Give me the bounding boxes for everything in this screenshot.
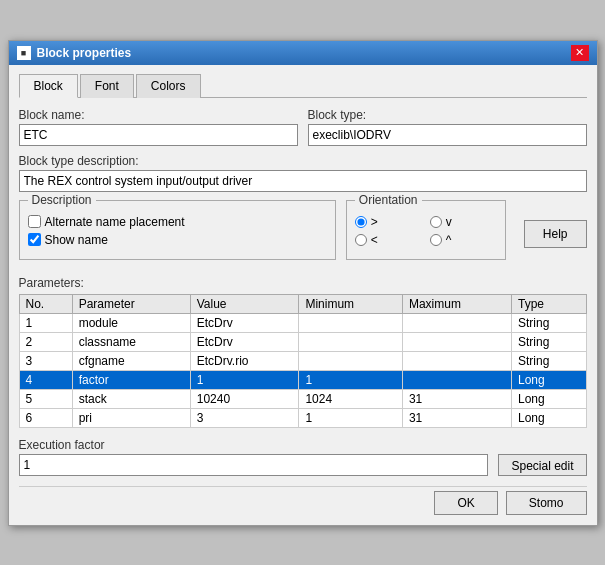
cell-parameter: module — [72, 313, 190, 332]
storno-button[interactable]: Stomo — [506, 491, 587, 515]
cell-no: 6 — [19, 408, 72, 427]
cell-type: String — [512, 332, 586, 351]
cell-parameter: factor — [72, 370, 190, 389]
block-type-label: Block type: — [308, 108, 587, 122]
description-groupbox: Description Alternate name placement Sho… — [19, 200, 336, 260]
orientation-groupbox: Orientation > v < — [346, 200, 506, 260]
tab-block[interactable]: Block — [19, 74, 78, 98]
block-name-group: Block name: — [19, 108, 298, 146]
title-bar-left: ■ Block properties — [17, 46, 132, 60]
footer-buttons: OK Stomo — [19, 486, 587, 515]
cell-value: 1 — [190, 370, 299, 389]
col-maximum: Maximum — [402, 294, 511, 313]
table-row[interactable]: 2classnameEtcDrvString — [19, 332, 586, 351]
cell-no: 4 — [19, 370, 72, 389]
cell-value: 3 — [190, 408, 299, 427]
table-header-row: No. Parameter Value Minimum Maximum Type — [19, 294, 586, 313]
orient-down-label: v — [446, 215, 452, 229]
execution-factor-input[interactable] — [19, 454, 489, 476]
orient-up-label: ^ — [446, 233, 452, 247]
block-description-group: Block type description: — [19, 154, 587, 192]
main-content: Block Font Colors Block name: Block type… — [9, 65, 597, 525]
cell-minimum — [299, 313, 402, 332]
table-header: No. Parameter Value Minimum Maximum Type — [19, 294, 586, 313]
cell-no: 5 — [19, 389, 72, 408]
orient-down-row: v — [430, 215, 497, 229]
orient-left-label: < — [371, 233, 378, 247]
window-icon: ■ — [17, 46, 31, 60]
help-button[interactable]: Help — [524, 220, 587, 248]
execution-factor-label: Execution factor — [19, 438, 489, 452]
special-edit-button[interactable]: Special edit — [498, 454, 586, 476]
block-type-input[interactable] — [308, 124, 587, 146]
cell-maximum — [402, 370, 511, 389]
cell-type: String — [512, 313, 586, 332]
cell-type: Long — [512, 389, 586, 408]
execution-factor-row: Execution factor Special edit — [19, 438, 587, 476]
table-row[interactable]: 1moduleEtcDrvString — [19, 313, 586, 332]
block-type-description-input[interactable] — [19, 170, 587, 192]
orientation-groupbox-legend: Orientation — [355, 193, 422, 207]
show-name-label: Show name — [45, 233, 108, 247]
block-name-label: Block name: — [19, 108, 298, 122]
cell-no: 2 — [19, 332, 72, 351]
table-row[interactable]: 6pri3131Long — [19, 408, 586, 427]
table-row[interactable]: 5stack10240102431Long — [19, 389, 586, 408]
orient-right-label: > — [371, 215, 378, 229]
show-name-row: Show name — [28, 233, 327, 247]
help-area: Help — [516, 200, 587, 268]
alternate-name-row: Alternate name placement — [28, 215, 327, 229]
parameters-label: Parameters: — [19, 276, 587, 290]
name-type-row: Block name: Block type: — [19, 108, 587, 146]
col-no: No. — [19, 294, 72, 313]
tab-bar: Block Font Colors — [19, 73, 587, 98]
cell-minimum: 1 — [299, 408, 402, 427]
ok-button[interactable]: OK — [434, 491, 497, 515]
cell-maximum: 31 — [402, 408, 511, 427]
desc-orient-row: Description Alternate name placement Sho… — [19, 200, 587, 268]
cell-minimum: 1 — [299, 370, 402, 389]
block-name-input[interactable] — [19, 124, 298, 146]
orient-left-radio[interactable] — [355, 234, 367, 246]
block-type-description-label: Block type description: — [19, 154, 587, 168]
orient-up-radio[interactable] — [430, 234, 442, 246]
show-name-checkbox[interactable] — [28, 233, 41, 246]
window-title: Block properties — [37, 46, 132, 60]
cell-maximum: 31 — [402, 389, 511, 408]
alternate-name-checkbox[interactable] — [28, 215, 41, 228]
alternate-name-label: Alternate name placement — [45, 215, 185, 229]
table-row[interactable]: 3cfgnameEtcDrv.rioString — [19, 351, 586, 370]
orient-right-row: > — [355, 215, 422, 229]
tab-colors[interactable]: Colors — [136, 74, 201, 98]
orientation-grid: > v < ^ — [355, 215, 497, 247]
cell-parameter: stack — [72, 389, 190, 408]
cell-value: EtcDrv — [190, 332, 299, 351]
cell-maximum — [402, 351, 511, 370]
cell-minimum — [299, 351, 402, 370]
table-row[interactable]: 4factor11Long — [19, 370, 586, 389]
cell-type: Long — [512, 408, 586, 427]
cell-value: 10240 — [190, 389, 299, 408]
parameters-table: No. Parameter Value Minimum Maximum Type… — [19, 294, 587, 428]
orient-left-row: < — [355, 233, 422, 247]
description-groupbox-legend: Description — [28, 193, 96, 207]
cell-parameter: classname — [72, 332, 190, 351]
col-type: Type — [512, 294, 586, 313]
cell-maximum — [402, 332, 511, 351]
close-button[interactable]: ✕ — [571, 45, 589, 61]
cell-no: 3 — [19, 351, 72, 370]
cell-value: EtcDrv.rio — [190, 351, 299, 370]
cell-type: String — [512, 351, 586, 370]
col-minimum: Minimum — [299, 294, 402, 313]
orient-up-row: ^ — [430, 233, 497, 247]
table-body: 1moduleEtcDrvString2classnameEtcDrvStrin… — [19, 313, 586, 427]
orient-right-radio[interactable] — [355, 216, 367, 228]
cell-minimum — [299, 332, 402, 351]
cell-value: EtcDrv — [190, 313, 299, 332]
cell-type: Long — [512, 370, 586, 389]
cell-no: 1 — [19, 313, 72, 332]
orient-down-radio[interactable] — [430, 216, 442, 228]
title-bar: ■ Block properties ✕ — [9, 41, 597, 65]
cell-minimum: 1024 — [299, 389, 402, 408]
tab-font[interactable]: Font — [80, 74, 134, 98]
